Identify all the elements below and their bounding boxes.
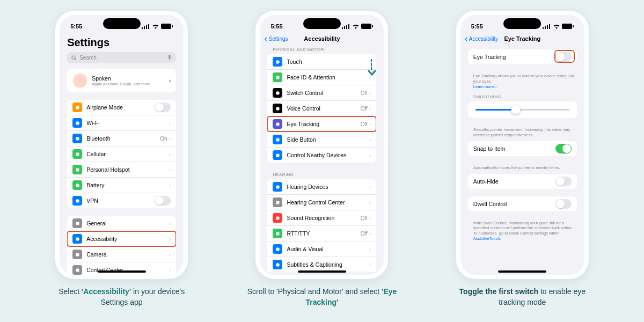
svg-rect-3 [148,24,149,29]
chevron-right-icon: › [169,267,171,273]
settings-row[interactable]: Personal Hotspot› [67,162,176,178]
home-indicator [98,270,146,273]
row-icon [273,213,282,223]
row-label: Bluetooth [86,135,160,142]
chevron-right-icon: › [169,166,171,173]
chevron-right-icon: › [369,199,371,206]
smoothing-slider[interactable] [475,109,569,111]
settings-row[interactable]: BluetoothOn› [67,131,176,147]
svg-point-37 [276,216,280,220]
row-label: Accessibility [86,236,169,242]
settings-row[interactable]: Switch ControlOff› [267,85,376,101]
settings-row[interactable]: Accessibility› [67,231,176,247]
row-label: Control Nearby Devices [287,152,369,158]
settings-row[interactable]: Eye TrackingOff› [267,116,376,132]
settings-row[interactable]: RTT/TTYOff› [267,226,376,241]
account-sub: Apple Account, iCloud, and more [92,82,165,86]
hearing-group: Hearing Devices›Hearing Control Center›S… [267,179,376,272]
svg-rect-26 [361,24,371,29]
row-icon [72,103,82,112]
row-icon [273,182,282,192]
svg-point-10 [76,121,79,125]
settings-row[interactable]: Airplane Mode [67,100,176,115]
snap-group: Snap to Item [468,141,577,156]
settings-row[interactable]: Control Nearby Devices› [267,148,376,163]
svg-rect-1 [144,26,145,29]
battery-icon [361,24,373,29]
dwell-toggle[interactable] [555,199,572,209]
svg-point-14 [76,184,79,187]
svg-point-34 [276,153,280,157]
chevron-right-icon: › [369,121,371,127]
eye-tracking-row[interactable]: Eye Tracking [468,49,577,64]
auto-hide-row[interactable]: Auto-Hide [468,174,577,189]
back-button[interactable]: Accessibility [465,36,498,42]
nav-title: Accessibility [304,35,340,42]
row-icon [72,165,82,174]
row-label: Eye Tracking [287,121,360,127]
account-name: Spoken [92,75,165,82]
settings-row[interactable]: Voice ControlOff› [267,101,376,116]
snap-to-item-row[interactable]: Snap to Item [468,141,577,156]
svg-rect-24 [346,25,347,29]
settings-row[interactable]: Control Center› [67,262,176,275]
row-icon [273,150,282,160]
settings-row[interactable]: Hearing Control Center› [267,195,376,210]
snap-toggle[interactable] [555,144,572,153]
settings-row[interactable]: Sound RecognitionOff› [267,210,376,226]
svg-rect-27 [372,25,373,27]
settings-group-1: Airplane ModeWi-Fi›BluetoothOn›Cellular›… [67,100,176,208]
settings-row[interactable]: Face ID & Attention› [267,70,376,85]
svg-rect-49 [573,25,574,27]
settings-row[interactable]: Hearing Devices› [267,179,376,195]
dwell-control-row[interactable]: Dwell Control [468,196,577,211]
settings-row[interactable]: Subtitles & Captioning› [267,257,376,272]
row-icon [273,88,282,98]
row-label: Personal Hotspot [86,166,169,173]
learn-more-link[interactable]: Learn more... [473,84,497,89]
svg-point-29 [276,76,280,79]
svg-point-9 [76,106,79,109]
signal-icon [342,24,350,29]
row-label: Snap to Item [473,145,555,152]
row-label: Wi-Fi [86,120,169,126]
toggle[interactable] [155,103,171,112]
assistivetouch-link[interactable]: AssistiveTouch [473,236,500,241]
signal-icon [543,24,551,29]
svg-point-15 [76,199,79,203]
settings-row[interactable]: VPN [67,193,176,208]
apple-account-row[interactable]: Spoken Apple Account, iCloud, and more › [67,69,176,92]
eye-tracking-toggle-group: Eye Tracking [468,49,577,64]
eye-tracking-toggle[interactable] [555,52,572,62]
row-icon [273,229,282,238]
chevron-right-icon: › [169,236,171,242]
settings-row[interactable]: Side Button› [267,132,376,148]
svg-point-36 [276,201,280,204]
chevron-right-icon: › [369,90,371,96]
settings-row[interactable]: Battery› [67,178,176,193]
row-icon [72,250,82,259]
settings-row[interactable]: Camera› [67,247,176,262]
row-label: Battery [86,182,169,188]
footnote: With Dwell Control, maintaining your gaz… [460,219,584,245]
nav-bar: Settings Accessibility [260,32,384,45]
toggle[interactable] [155,196,171,206]
chevron-right-icon: › [369,152,371,158]
caption-2: Scroll to 'Physical and Motor' and selec… [247,287,397,308]
screen: 5:55 Accessibility Eye Tracking Eye Trac… [460,15,584,275]
settings-row[interactable]: General› [67,216,176,231]
row-icon [72,149,82,159]
svg-point-28 [276,60,280,64]
svg-rect-5 [172,25,173,27]
autohide-toggle[interactable] [555,177,572,186]
settings-row[interactable]: Touch› [267,54,376,70]
nav-bar: Accessibility Eye Tracking [460,32,584,45]
settings-row[interactable]: Audio & Visual› [267,241,376,257]
row-label: Hearing Devices [287,184,369,190]
settings-row[interactable]: Wi-Fi› [67,115,176,131]
row-value: Off [361,106,368,112]
search-input[interactable]: Search [67,52,176,63]
settings-row[interactable]: Cellular› [67,147,176,162]
wifi-icon [553,24,560,29]
back-button[interactable]: Settings [264,36,288,42]
